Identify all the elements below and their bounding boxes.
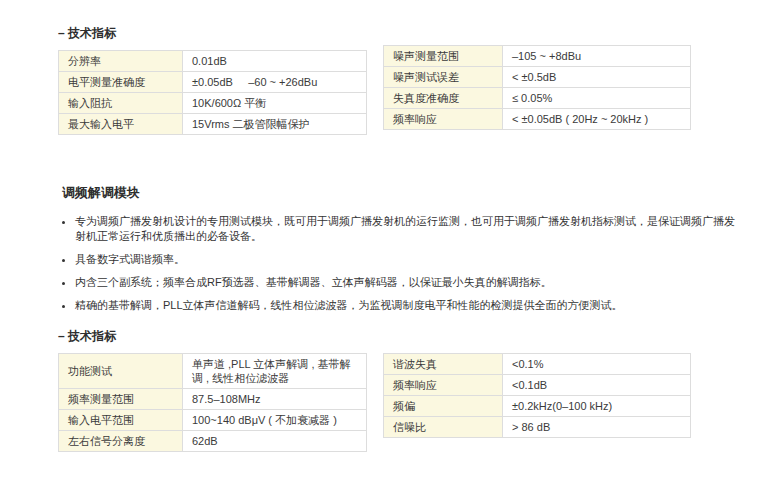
spec-label: 信噪比	[384, 417, 503, 438]
spec-label: 频率测量范围	[59, 389, 183, 410]
feature-bullet: 专为调频广播发射机设计的专用测试模块，既可用于调频广播发射机的运行监测，也可用于…	[75, 214, 738, 244]
spec-label: 分辨率	[59, 51, 183, 72]
table-row: 输入阻抗 10K/600Ω 平衡	[59, 93, 367, 114]
section2-tables-row: 功能测试 单声道 ,PLL 立体声解调 , 基带解调 , 线性相位滤波器 频率测…	[58, 353, 760, 452]
table-noise-specs: 噪声测量范围 –105 ~ +8dBu 噪声测试误差 < ±0.5dB 失真度准…	[383, 45, 691, 130]
spec-label: 噪声测量范围	[384, 46, 503, 67]
spec-label: 左右信号分离度	[59, 431, 183, 452]
spec-value: ±0.2kHz(0–100 kHz)	[503, 396, 691, 417]
spec-label: 噪声测试误差	[384, 67, 503, 88]
table-row: 频率响应 <0.1dB	[384, 375, 691, 396]
table-fm-quality-specs: 谐波失真 <0.1% 频率响应 <0.1dB 频偏 ±0.2kHz(0–100 …	[383, 353, 691, 438]
section1-tables-row: 分辨率 0.01dB 电平测量准确度 ±0.05dB –60 ~ +26dBu …	[58, 50, 760, 135]
spec-label: 输入阻抗	[59, 93, 183, 114]
table-row: 频偏 ±0.2kHz(0–100 kHz)	[384, 396, 691, 417]
table-row: 噪声测量范围 –105 ~ +8dBu	[384, 46, 691, 67]
spec-value: 87.5–108MHz	[183, 389, 367, 410]
fm-module-title: 调频解调模块	[62, 185, 760, 200]
spec-value: < ±0.5dB	[503, 67, 691, 88]
spec-value: 100~140 dBμV ( 不加衰减器 )	[183, 410, 367, 431]
table-row: 功能测试 单声道 ,PLL 立体声解调 , 基带解调 , 线性相位滤波器	[59, 354, 367, 389]
spec-value: <0.1%	[503, 354, 691, 375]
table-row: 谐波失真 <0.1%	[384, 354, 691, 375]
spec-value: ±0.05dB –60 ~ +26dBu	[183, 72, 367, 93]
table-fm-function-specs: 功能测试 单声道 ,PLL 立体声解调 , 基带解调 , 线性相位滤波器 频率测…	[58, 353, 367, 452]
spec-label: 输入电平范围	[59, 410, 183, 431]
table-row: 左右信号分离度 62dB	[59, 431, 367, 452]
spec-value: 0.01dB	[183, 51, 367, 72]
section2-header: – 技术指标	[58, 329, 760, 343]
spec-label: 最大输入电平	[59, 114, 183, 135]
spec-label: 频偏	[384, 396, 503, 417]
spec-value: > 86 dB	[503, 417, 691, 438]
table-row: 最大输入电平 15Vrms 二极管限幅保护	[59, 114, 367, 135]
table-row: 失真度准确度 ≤ 0.05%	[384, 88, 691, 109]
spec-value: 62dB	[183, 431, 367, 452]
spec-value: 15Vrms 二极管限幅保护	[183, 114, 367, 135]
spec-value: < ±0.05dB ( 20Hz ~ 20kHz )	[503, 109, 691, 130]
table-row: 电平测量准确度 ±0.05dB –60 ~ +26dBu	[59, 72, 367, 93]
spec-label: 频率响应	[384, 375, 503, 396]
spec-value: 单声道 ,PLL 立体声解调 , 基带解调 , 线性相位滤波器	[183, 354, 367, 389]
spec-value: 10K/600Ω 平衡	[183, 93, 367, 114]
spec-value: –105 ~ +8dBu	[503, 46, 691, 67]
fm-module-feature-list: 专为调频广播发射机设计的专用测试模块，既可用于调频广播发射机的运行监测，也可用于…	[58, 214, 738, 313]
feature-bullet: 具备数字式调谐频率。	[75, 252, 738, 267]
spec-document-page: – 技术指标 分辨率 0.01dB 电平测量准确度 ±0.05dB –60 ~ …	[0, 0, 760, 490]
spec-label: 谐波失真	[384, 354, 503, 375]
table-row: 噪声测试误差 < ±0.5dB	[384, 67, 691, 88]
spec-label: 功能测试	[59, 354, 183, 389]
spec-value: ≤ 0.05%	[503, 88, 691, 109]
spec-label: 频率响应	[384, 109, 503, 130]
section1-header: – 技术指标	[58, 26, 760, 40]
table-row: 分辨率 0.01dB	[59, 51, 367, 72]
feature-bullet: 精确的基带解调，PLL立体声信道解码，线性相位滤波器，为监视调制度电平和性能的检…	[75, 298, 738, 313]
table-row: 频率响应 < ±0.05dB ( 20Hz ~ 20kHz )	[384, 109, 691, 130]
feature-bullet: 内含三个副系统；频率合成RF预选器、基带解调器、立体声解码器，以保证最小失真的解…	[75, 275, 738, 290]
spec-label: 失真度准确度	[384, 88, 503, 109]
spec-label: 电平测量准确度	[59, 72, 183, 93]
table-row: 频率测量范围 87.5–108MHz	[59, 389, 367, 410]
table-row: 信噪比 > 86 dB	[384, 417, 691, 438]
table-level-specs: 分辨率 0.01dB 电平测量准确度 ±0.05dB –60 ~ +26dBu …	[58, 50, 367, 135]
table-row: 输入电平范围 100~140 dBμV ( 不加衰减器 )	[59, 410, 367, 431]
spec-value: <0.1dB	[503, 375, 691, 396]
